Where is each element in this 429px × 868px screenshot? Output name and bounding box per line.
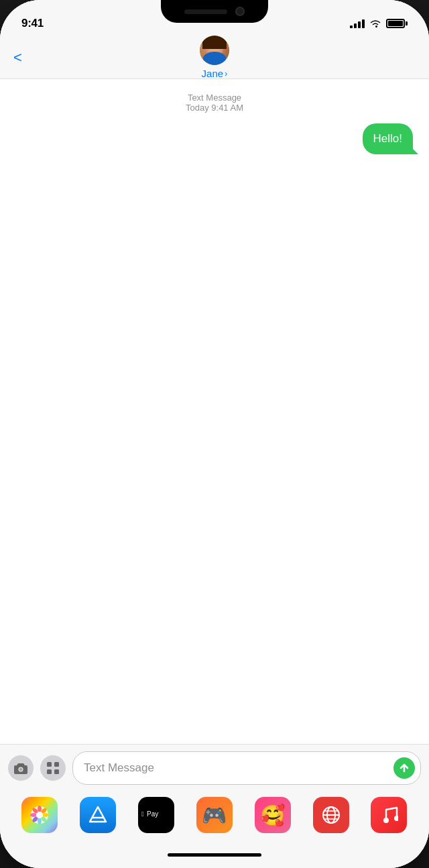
memoji1-emoji: 🎮 [202,804,227,827]
battery-tip [406,21,408,25]
nav-bar: < Jane › [0,36,429,79]
timestamp-time: Today 9:41 AM [11,103,418,113]
wifi-icon [369,19,381,28]
speaker [184,9,227,14]
send-icon [399,763,410,773]
svg-point-24 [383,818,389,823]
battery-icon [386,19,408,28]
input-row: Text Message [8,751,421,785]
contact-avatar[interactable] [200,36,229,65]
svg-text:Pay: Pay [147,810,158,818]
phone-frame: 9:41 [0,0,429,868]
message-bubble-sent[interactable]: Hello! [363,123,413,154]
messages-area[interactable]: Text Message Today 9:41 AM Hello! [0,79,429,744]
status-time: 9:41 [21,17,44,30]
home-indicator [0,841,429,868]
battery-body [386,19,405,28]
contact-chevron: › [225,68,227,78]
svg-point-7 [38,806,42,812]
message-text: Hello! [373,132,402,145]
status-icons [350,19,408,28]
app-icon-memoji1[interactable]: 🎮 [196,797,233,833]
input-toolbar: Text Message [0,744,429,792]
timestamp-label: Text Message [11,93,418,103]
send-button[interactable] [393,757,415,779]
memoji2-emoji: 🥰 [260,804,285,827]
front-camera [235,7,245,16]
signal-bars-icon [350,19,365,28]
svg-rect-5 [54,769,59,774]
camera-button[interactable] [8,755,34,781]
svg-rect-4 [47,769,52,774]
apps-row:  Pay 🎮 🥰 [0,792,429,841]
appstore-button[interactable] [40,755,66,781]
svg-point-25 [394,816,398,821]
contact-name[interactable]: Jane › [202,68,228,79]
app-icon-photos[interactable] [21,797,58,833]
music-icon [379,804,398,826]
message-row: Hello! [11,123,418,154]
app-icon-applepay[interactable]:  Pay [138,797,174,833]
svg-point-9 [42,813,49,817]
camera-icon [14,762,27,774]
notch [161,0,268,23]
svg-rect-2 [47,762,52,767]
signal-bar-2 [354,23,357,28]
battery-fill [388,21,403,26]
message-timestamp: Text Message Today 9:41 AM [11,93,418,113]
signal-bar-3 [358,21,361,28]
avatar-face [200,36,229,65]
app-icon-browser[interactable] [313,797,349,833]
home-indicator-bar [168,853,261,857]
message-input-placeholder: Text Message [84,761,388,775]
app-icon-appstore[interactable] [80,797,116,833]
applepay-icon:  Pay [141,806,172,824]
svg-text::  [141,810,144,818]
svg-point-13 [30,813,37,817]
svg-point-15 [36,812,43,818]
svg-rect-3 [54,762,59,767]
signal-bar-1 [350,25,353,28]
app-icon-memoji2[interactable]: 🥰 [255,797,291,833]
phone-screen: 9:41 [0,0,429,868]
photos-icon [29,805,50,825]
nav-center[interactable]: Jane › [200,36,229,79]
browser-icon [320,804,342,826]
svg-point-11 [38,818,42,824]
appstore-app-icon [87,804,109,826]
avatar-hair [202,36,227,49]
appstore-icon [46,761,60,775]
message-input-wrapper[interactable]: Text Message [72,751,421,785]
signal-bar-4 [362,19,365,28]
app-icon-music[interactable] [371,797,407,833]
svg-point-1 [19,768,23,771]
back-button[interactable]: < [13,49,40,66]
